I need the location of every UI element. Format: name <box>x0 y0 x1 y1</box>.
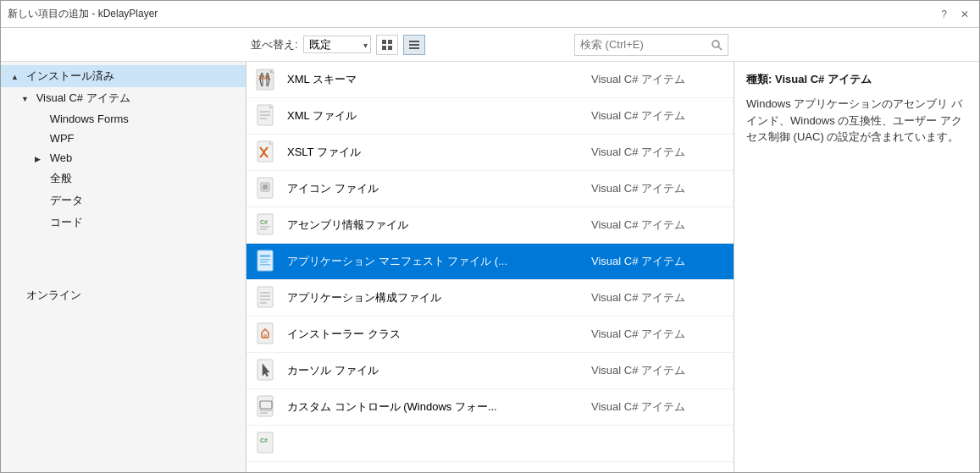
svg-rect-35 <box>257 323 273 344</box>
sidebar-item-label: Visual C# アイテム <box>36 91 130 104</box>
item-name: XML ファイル <box>287 108 591 124</box>
xml-schema-icon: XML <box>253 66 280 93</box>
list-item[interactable]: アプリケーション構成ファイル Visual C# アイテム <box>246 280 734 316</box>
svg-text:C#: C# <box>260 437 268 443</box>
list-item[interactable]: C# <box>246 426 734 462</box>
sidebar-item-visual-csharp[interactable]: ▼ Visual C# アイテム <box>1 87 246 109</box>
spacer <box>35 197 45 206</box>
sort-select[interactable]: 既定 名前 種類 <box>303 36 371 53</box>
spacer <box>35 175 45 184</box>
sidebar-item-label: Windows Forms <box>50 113 129 125</box>
svg-rect-30 <box>257 287 273 307</box>
sort-label: 並べ替え: <box>251 37 298 52</box>
sidebar-item-label: インストール済み <box>26 69 114 82</box>
list-item[interactable]: カーソル ファイル Visual C# アイテム <box>246 353 734 389</box>
sidebar-item-label: オンライン <box>26 289 81 301</box>
list-item-selected[interactable]: アプリケーション マニフェスト ファイル (... Visual C# アイテム <box>246 244 734 280</box>
titlebar: 新しい項目の追加 - kDelayPlayer ? ✕ <box>1 1 979 28</box>
list-item[interactable]: C# アセンブリ情報ファイル Visual C# アイテム <box>246 207 734 244</box>
list-item[interactable]: XML ファイル Visual C# アイテム <box>246 98 734 135</box>
help-button[interactable]: ? <box>938 8 950 20</box>
item-name: XSLT ファイル <box>287 145 591 160</box>
svg-point-7 <box>712 41 719 47</box>
sidebar-item-windows-forms[interactable]: Windows Forms <box>1 109 246 129</box>
item-category: Visual C# アイテム <box>591 108 727 124</box>
item-category: Visual C# アイテム <box>591 72 727 87</box>
kind-label: 種類: <box>746 73 772 85</box>
sidebar-item-label: 全般 <box>50 172 72 184</box>
sidebar-item-code[interactable]: コード <box>1 212 246 234</box>
detail-kind: 種類: Visual C# アイテム <box>746 72 967 87</box>
kind-value: Visual C# アイテム <box>775 73 872 85</box>
item-name: インストーラー クラス <box>287 327 591 342</box>
view-list-button[interactable] <box>403 35 425 55</box>
svg-rect-20 <box>263 184 268 190</box>
list-item[interactable]: XSLT ファイル Visual C# アイテム <box>246 135 734 171</box>
list-item[interactable]: XML XML スキーマ Visual C# アイテム <box>246 62 734 98</box>
svg-rect-4 <box>409 41 419 42</box>
sidebar-item-general[interactable]: 全般 <box>1 168 246 190</box>
search-bar <box>574 34 728 56</box>
sidebar-item-online[interactable]: オンライン <box>1 284 246 306</box>
list-item[interactable]: アイコン ファイル Visual C# アイテム <box>246 171 734 207</box>
assembly-info-icon: C# <box>253 212 280 239</box>
sidebar-item-installed[interactable]: ▲ インストール済み <box>1 65 246 87</box>
sidebar-item-label: データ <box>50 194 83 206</box>
list-item[interactable]: カスタム コントロール (Windows フォー... Visual C# アイ… <box>246 389 734 426</box>
sidebar-item-data[interactable]: データ <box>1 190 246 212</box>
expand-icon: ▲ <box>11 73 21 81</box>
app-config-icon <box>253 284 280 311</box>
svg-rect-25 <box>257 250 273 271</box>
item-category: Visual C# アイテム <box>591 254 727 269</box>
spacer <box>35 219 45 228</box>
sidebar-item-label: コード <box>50 216 83 228</box>
svg-rect-2 <box>382 46 386 50</box>
sidebar-item-wpf[interactable]: WPF <box>1 129 246 148</box>
spacer <box>35 135 45 144</box>
item-list: XML XML スキーマ Visual C# アイテム <box>246 62 734 473</box>
installer-class-icon <box>253 321 280 348</box>
view-grid-button[interactable] <box>376 35 398 55</box>
svg-rect-1 <box>388 40 392 44</box>
grid-icon <box>381 39 393 51</box>
svg-line-8 <box>718 47 722 50</box>
item-name: アセンブリ情報ファイル <box>287 217 591 233</box>
item-name: アプリケーション構成ファイル <box>287 290 591 305</box>
svg-rect-3 <box>388 46 392 50</box>
item-category: Visual C# アイテム <box>591 290 727 305</box>
xslt-file-icon <box>253 139 280 166</box>
svg-text:C#: C# <box>260 219 268 225</box>
list-item[interactable]: インストーラー クラス Visual C# アイテム <box>246 316 734 353</box>
item-category: Visual C# アイテム <box>591 399 727 415</box>
svg-rect-6 <box>409 47 419 49</box>
sidebar-item-web[interactable]: ▶ Web <box>1 148 246 168</box>
svg-rect-28 <box>260 261 268 263</box>
list-icon <box>408 39 420 51</box>
xml-file-icon <box>253 102 280 129</box>
sidebar-item-label: WPF <box>50 132 75 145</box>
panels: ▲ インストール済み ▼ Visual C# アイテム Windows Form… <box>1 62 979 473</box>
titlebar-controls: ? ✕ <box>938 8 972 20</box>
sidebar: ▲ インストール済み ▼ Visual C# アイテム Windows Form… <box>1 62 246 473</box>
expand-icon: ▶ <box>35 155 45 163</box>
titlebar-title: 新しい項目の追加 - kDelayPlayer <box>8 7 158 21</box>
app-manifest-icon <box>253 248 280 275</box>
svg-rect-5 <box>409 44 419 46</box>
search-icon <box>711 39 723 51</box>
top-bar: 並べ替え: 既定 名前 種類 <box>1 28 979 62</box>
spacer <box>11 292 21 300</box>
item-category: Visual C# アイテム <box>591 363 727 378</box>
collapse-icon: ▼ <box>21 95 31 103</box>
sort-wrapper: 既定 名前 種類 <box>303 36 371 53</box>
search-input[interactable] <box>580 38 707 51</box>
item-name: アイコン ファイル <box>287 181 591 196</box>
custom-control-icon <box>253 393 280 421</box>
item-name: カスタム コントロール (Windows フォー... <box>287 399 591 415</box>
item-category: Visual C# アイテム <box>591 145 727 160</box>
detail-description: Windows アプリケーションのアセンブリ バインド、Windows の互換性… <box>746 96 967 146</box>
svg-rect-29 <box>260 264 270 266</box>
svg-rect-0 <box>382 40 386 44</box>
close-button[interactable]: ✕ <box>957 8 972 20</box>
detail-panel: 種類: Visual C# アイテム Windows アプリケーションのアセンブ… <box>734 62 979 473</box>
cursor-file-icon <box>253 357 280 384</box>
